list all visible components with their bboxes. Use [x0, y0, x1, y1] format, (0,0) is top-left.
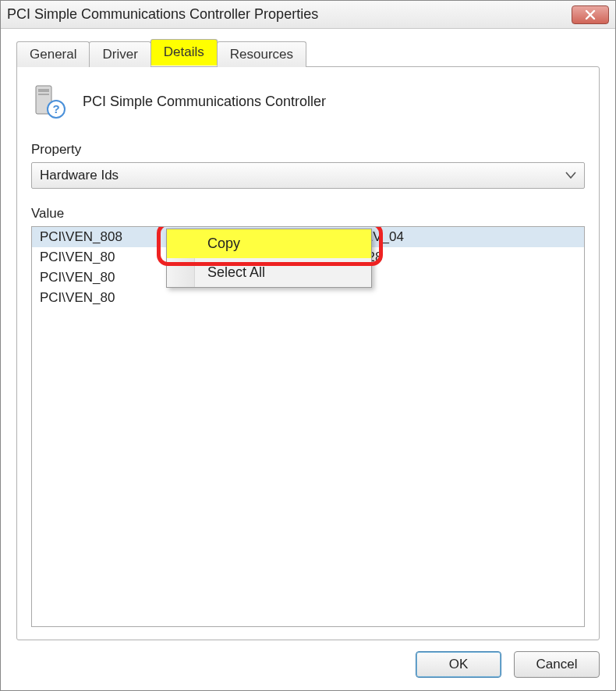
window-title: PCI Simple Communications Controller Pro… — [7, 6, 572, 23]
tab-general[interactable]: General — [16, 41, 90, 67]
cancel-button[interactable]: Cancel — [514, 651, 600, 678]
titlebar: PCI Simple Communications Controller Pro… — [1, 1, 615, 29]
tab-driver[interactable]: Driver — [89, 41, 150, 67]
context-menu: Copy Select All — [166, 229, 372, 288]
properties-dialog: PCI Simple Communications Controller Pro… — [0, 0, 616, 691]
value-label: Value — [31, 206, 585, 221]
svg-text:?: ? — [52, 102, 59, 115]
chevron-down-icon — [565, 168, 576, 183]
tab-resources[interactable]: Resources — [217, 41, 306, 67]
dialog-buttons: OK Cancel — [16, 640, 600, 678]
value-row[interactable]: PCI\VEN_80 — [32, 288, 584, 308]
ok-button[interactable]: OK — [416, 651, 501, 678]
tab-details[interactable]: Details — [150, 39, 218, 66]
property-dropdown[interactable]: Hardware Ids — [31, 162, 585, 189]
value-listbox[interactable]: PCI\VEN_808XXXXXXXXXXXXXXXXXXXX1C1028&RE… — [31, 226, 585, 627]
close-icon — [585, 9, 596, 20]
menu-item-select-all[interactable]: Select All — [167, 258, 371, 287]
svg-rect-1 — [38, 89, 49, 92]
property-label: Property — [31, 142, 585, 158]
tab-strip: General Driver Details Resources — [16, 40, 600, 66]
property-selected-value: Hardware Ids — [40, 168, 119, 183]
device-icon: ? — [31, 83, 69, 120]
tab-panel-details: ? PCI Simple Communications Controller P… — [16, 66, 600, 640]
menu-item-copy[interactable]: Copy — [167, 229, 371, 258]
client-area: General Driver Details Resources ? PCI S… — [1, 29, 615, 690]
device-header: ? PCI Simple Communications Controller — [31, 83, 585, 120]
device-name: PCI Simple Communications Controller — [83, 94, 326, 110]
close-button[interactable] — [572, 5, 609, 24]
svg-rect-2 — [38, 94, 49, 95]
